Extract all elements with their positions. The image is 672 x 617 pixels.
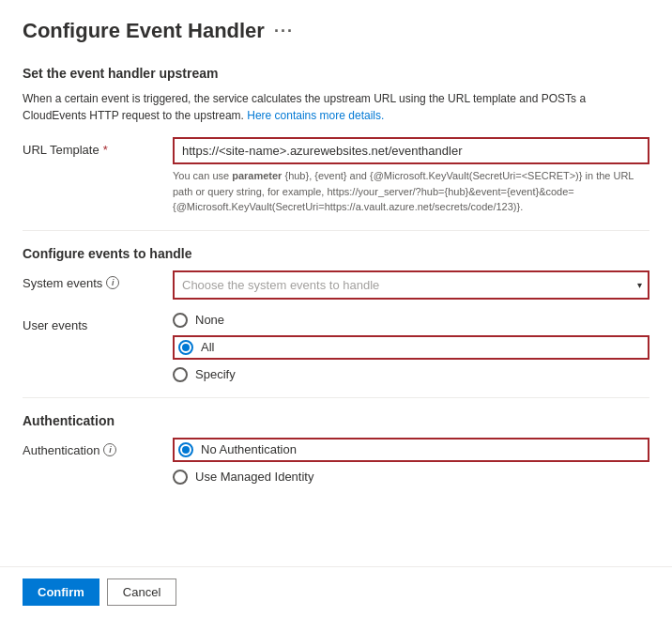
system-events-control: Choose the system events to handle ▾	[173, 270, 649, 300]
divider-1	[23, 230, 649, 231]
user-events-row: User events None All	[23, 313, 649, 382]
user-event-none-option[interactable]: None	[173, 313, 649, 328]
ellipsis-menu-button[interactable]: ···	[274, 22, 294, 41]
system-events-dropdown[interactable]: Choose the system events to handle ▾	[173, 270, 649, 300]
divider-2	[23, 397, 649, 398]
user-event-specify-option[interactable]: Specify	[173, 367, 649, 382]
required-indicator: *	[103, 143, 108, 157]
url-template-control: You can use parameter {hub}, {event} and…	[173, 137, 649, 215]
auth-radio-group: No Authentication Use Managed Identity	[173, 438, 649, 485]
auth-managed-identity-radio[interactable]	[173, 470, 188, 485]
auth-no-auth-radio[interactable]	[178, 442, 193, 457]
footer: Confirm Cancel	[0, 566, 672, 617]
auth-row: Authentication i No Authentication Use M…	[23, 438, 649, 485]
auth-managed-identity-label: Use Managed Identity	[195, 470, 313, 484]
user-event-none-radio[interactable]	[173, 313, 188, 328]
page-title-area: Configure Event Handler ···	[23, 19, 649, 43]
system-events-label: System events i	[23, 270, 173, 290]
cancel-button[interactable]: Cancel	[107, 578, 176, 606]
auth-section-header: Authentication	[23, 413, 649, 428]
system-events-info-icon[interactable]: i	[106, 276, 119, 289]
events-section: Configure events to handle System events…	[23, 246, 649, 382]
upstream-description: When a certain event is triggered, the s…	[23, 90, 649, 124]
page-title: Configure Event Handler	[23, 19, 265, 43]
auth-section: Authentication Authentication i No Authe…	[23, 413, 649, 485]
user-event-all-radio[interactable]	[178, 340, 193, 355]
user-events-label: User events	[23, 313, 173, 332]
user-event-all-label: All	[201, 340, 214, 354]
user-events-control: None All Specify	[173, 313, 649, 382]
auth-no-auth-label: No Authentication	[201, 442, 297, 456]
upstream-section-header: Set the event handler upstream	[23, 66, 649, 81]
upstream-section: Set the event handler upstream When a ce…	[23, 66, 649, 215]
url-template-label: URL Template *	[23, 137, 173, 157]
auth-info-icon[interactable]: i	[103, 443, 116, 456]
url-template-input[interactable]	[173, 137, 649, 164]
system-events-row: System events i Choose the system events…	[23, 270, 649, 300]
user-events-radio-group: None All Specify	[173, 313, 649, 382]
auth-control: No Authentication Use Managed Identity	[173, 438, 649, 485]
auth-managed-identity-option[interactable]: Use Managed Identity	[173, 470, 649, 485]
user-event-all-option[interactable]: All	[173, 335, 649, 360]
user-event-specify-label: Specify	[195, 367, 236, 381]
auth-no-auth-option[interactable]: No Authentication	[173, 438, 649, 462]
auth-label: Authentication i	[23, 438, 173, 457]
more-details-link[interactable]: Here contains more details.	[247, 109, 384, 122]
confirm-button[interactable]: Confirm	[23, 578, 99, 606]
user-event-none-label: None	[195, 313, 224, 327]
events-section-header: Configure events to handle	[23, 246, 649, 261]
user-event-specify-radio[interactable]	[173, 367, 188, 382]
system-events-select[interactable]: Choose the system events to handle	[173, 270, 649, 300]
url-template-row: URL Template * You can use parameter {hu…	[23, 137, 649, 215]
url-hint-text: You can use parameter {hub}, {event} and…	[173, 168, 649, 215]
